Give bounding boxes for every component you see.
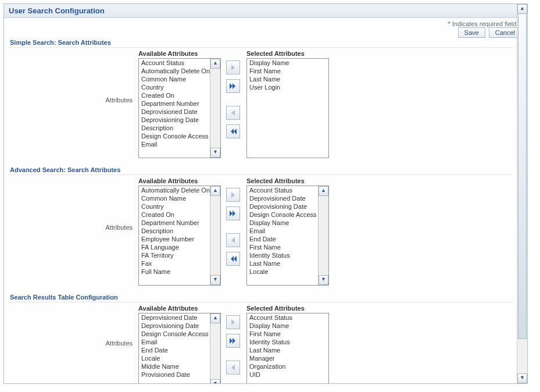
row-label-advanced: Attributes [8, 177, 138, 231]
list-item[interactable]: Automatically Delete On [139, 67, 210, 75]
selected-header-advanced: Selected Attributes [246, 177, 328, 184]
move-left-button[interactable] [226, 106, 240, 120]
list-item[interactable]: End Date [247, 235, 319, 243]
list-item[interactable]: Description [139, 124, 210, 132]
list-item[interactable]: Automatically Delete On [139, 186, 210, 194]
move-all-right-button[interactable] [226, 79, 240, 93]
list-item[interactable]: User Login [247, 83, 328, 91]
move-right-button[interactable] [226, 315, 240, 329]
list-item[interactable]: Fax [139, 259, 210, 268]
list-item[interactable]: Locale [139, 354, 210, 362]
page-title: User Search Configuration [4, 4, 527, 18]
move-all-left-button[interactable] [226, 252, 240, 266]
available-header-advanced: Available Attributes [138, 177, 220, 184]
section-advanced-search: Advanced Search: Search Attributes [8, 163, 513, 175]
list-item[interactable]: Employee Number [139, 235, 210, 243]
list-item[interactable]: Locale [247, 268, 319, 276]
list-item[interactable]: Department Number [139, 99, 210, 108]
available-list-simple[interactable]: Account StatusAutomatically Delete OnCom… [138, 58, 221, 158]
scroll-down-arrow-icon[interactable]: ▼ [210, 275, 220, 285]
list-item[interactable]: Deprovisioned Date [139, 108, 210, 116]
list-item[interactable]: Deprovisioned Date [247, 194, 319, 202]
list-item[interactable]: Last Name [247, 75, 328, 83]
list-item[interactable]: Created On [139, 91, 210, 99]
list-item[interactable]: Email [139, 338, 210, 346]
panel-vertical-scrollbar[interactable]: ▲ ▼ [517, 4, 527, 383]
list-item[interactable]: Provisioned Date [139, 370, 210, 379]
move-right-button[interactable] [226, 188, 240, 202]
scroll-up-arrow-icon[interactable]: ▲ [319, 186, 328, 196]
list-scrollbar[interactable]: ▲ ▼ [210, 59, 220, 158]
section-simple-search: Simple Search: Search Attributes [8, 35, 513, 48]
selected-list-results[interactable]: Account StatusDisplay NameFirst NameIden… [246, 313, 329, 383]
list-scrollbar[interactable]: ▲ ▼ [210, 186, 220, 285]
list-item[interactable]: Full Name [139, 268, 210, 276]
scroll-thumb[interactable] [518, 13, 527, 339]
available-list-results[interactable]: Deprovisioned DateDeprovisioning DateDes… [138, 313, 221, 383]
scroll-down-arrow-icon[interactable]: ▼ [210, 379, 220, 383]
scroll-up-arrow-icon[interactable]: ▲ [210, 313, 220, 323]
list-item[interactable]: End Date [139, 346, 210, 354]
list-item[interactable]: Account Status [247, 313, 328, 322]
list-item[interactable]: First Name [247, 330, 328, 338]
list-item[interactable]: Organization [247, 362, 328, 370]
list-item[interactable]: Account Status [139, 59, 210, 67]
list-item[interactable]: Country [139, 202, 210, 211]
list-item[interactable]: Common Name [139, 75, 210, 83]
required-fields-hint: * Indicates required fields. [448, 20, 521, 27]
selected-header-results: Selected Attributes [246, 305, 328, 312]
move-left-button[interactable] [226, 361, 240, 375]
available-list-advanced[interactable]: Automatically Delete OnCommon NameCountr… [138, 186, 221, 286]
move-all-left-button[interactable] [226, 124, 240, 138]
available-header-simple: Available Attributes [138, 50, 220, 57]
selected-list-simple[interactable]: Display NameFirst NameLast NameUser Logi… [246, 58, 329, 158]
scroll-up-arrow-icon[interactable]: ▲ [210, 186, 220, 196]
move-left-button[interactable] [226, 233, 240, 247]
scroll-up-arrow-icon[interactable]: ▲ [210, 59, 220, 69]
list-scrollbar[interactable]: ▲ ▼ [318, 186, 328, 285]
selected-list-advanced[interactable]: Account StatusDeprovisioned DateDeprovis… [246, 186, 329, 286]
list-item[interactable]: First Name [247, 243, 319, 251]
list-item[interactable]: FA Territory [139, 251, 210, 259]
list-item[interactable]: Display Name [247, 59, 328, 67]
list-item[interactable]: Identity Status [247, 338, 328, 346]
list-item[interactable]: Common Name [139, 194, 210, 202]
row-label-results: Attributes [8, 305, 138, 347]
list-item[interactable]: Deprovisioned Date [139, 313, 210, 322]
scroll-down-arrow-icon[interactable]: ▼ [517, 373, 527, 383]
selected-header-simple: Selected Attributes [246, 50, 328, 57]
list-item[interactable]: Middle Name [139, 362, 210, 370]
list-item[interactable]: Department Number [139, 219, 210, 227]
move-all-right-button[interactable] [226, 206, 240, 220]
list-item[interactable]: Account Status [247, 186, 319, 194]
list-item[interactable]: Design Console Access [247, 211, 319, 219]
section-results-table: Search Results Table Configuration [8, 290, 513, 302]
list-item[interactable]: Last Name [247, 259, 319, 268]
list-item[interactable]: Manager [247, 354, 328, 362]
list-item[interactable]: First Name [247, 67, 328, 75]
scroll-up-arrow-icon[interactable]: ▲ [517, 4, 527, 14]
list-item[interactable]: Email [139, 140, 210, 148]
list-item[interactable]: Description [139, 227, 210, 235]
list-item[interactable]: Deprovisioning Date [139, 322, 210, 330]
list-item[interactable]: Last Name [247, 346, 328, 354]
list-item[interactable]: Deprovisioning Date [247, 202, 319, 211]
list-item[interactable]: FA Language [139, 243, 210, 251]
list-scrollbar[interactable]: ▲ ▼ [210, 313, 220, 383]
list-item[interactable]: Display Name [247, 219, 319, 227]
move-right-button[interactable] [226, 60, 240, 74]
list-item[interactable]: Deprovisioning Date [139, 116, 210, 124]
list-item[interactable]: Design Console Access [139, 330, 210, 338]
list-item[interactable]: Email [247, 227, 319, 235]
list-item[interactable]: UID [247, 370, 328, 379]
list-item[interactable]: Design Console Access [139, 132, 210, 140]
scroll-down-arrow-icon[interactable]: ▼ [319, 275, 328, 285]
row-label-simple: Attributes [8, 50, 138, 104]
list-item[interactable]: Identity Status [247, 251, 319, 259]
available-header-results: Available Attributes [138, 305, 220, 312]
scroll-down-arrow-icon[interactable]: ▼ [210, 148, 220, 158]
list-item[interactable]: Created On [139, 211, 210, 219]
list-item[interactable]: Display Name [247, 322, 328, 330]
list-item[interactable]: Country [139, 83, 210, 91]
move-all-right-button[interactable] [226, 334, 240, 348]
